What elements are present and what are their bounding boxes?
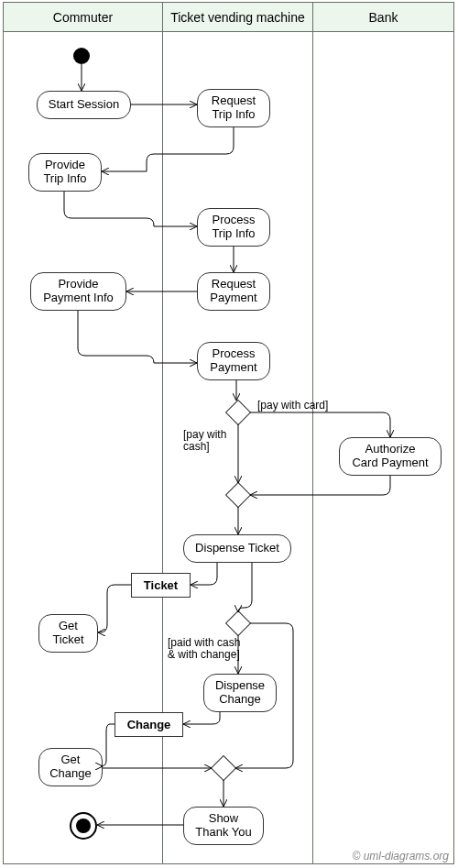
activity-authorize-card: Authorize Card Payment xyxy=(339,437,442,476)
activity-label: Request Trip Info xyxy=(212,94,256,122)
lane-header-tvm: Ticket vending machine xyxy=(162,2,313,32)
activity-dispense-change: Dispense Change xyxy=(203,674,277,712)
lane-header-commuter: Commuter xyxy=(3,2,163,32)
lane-header-label: Commuter xyxy=(53,10,113,25)
activity-start-session: Start Session xyxy=(37,91,131,119)
activity-show-thank-you: Show Thank You xyxy=(183,807,264,845)
activity-process-trip-info: Process Trip Info xyxy=(197,208,270,247)
initial-node xyxy=(73,48,90,64)
activity-label: Start Session xyxy=(49,98,119,112)
activity-label: Provide Payment Info xyxy=(43,278,114,305)
guard-pay-card: [pay with card] xyxy=(257,400,328,412)
activity-label: Get Change xyxy=(49,753,92,781)
copyright-label: © uml-diagrams.org xyxy=(352,850,449,863)
lane-header-label: Ticket vending machine xyxy=(170,10,305,25)
activity-label: Dispense Ticket xyxy=(195,542,279,555)
activity-provide-trip-info: Provide Trip Info xyxy=(28,153,102,192)
activity-request-payment: Request Payment xyxy=(197,272,270,311)
activity-process-payment: Process Payment xyxy=(197,342,270,380)
object-label: Ticket xyxy=(144,578,178,592)
object-ticket: Ticket xyxy=(131,573,191,598)
activity-label: Get Ticket xyxy=(52,620,83,647)
activity-dispense-ticket: Dispense Ticket xyxy=(183,534,291,563)
activity-label: Process Payment xyxy=(210,347,256,375)
activity-label: Show Thank You xyxy=(195,812,251,840)
activity-label: Dispense Change xyxy=(215,679,265,707)
object-label: Change xyxy=(127,718,171,731)
lane-header-label: Bank xyxy=(369,10,398,25)
activity-get-change: Get Change xyxy=(38,748,103,786)
activity-label: Authorize Card Payment xyxy=(352,443,428,470)
guard-paid-cash-change: [paid with cash & with change] xyxy=(168,637,240,661)
activity-label: Request Payment xyxy=(210,278,256,305)
final-node xyxy=(70,812,97,840)
activity-get-ticket: Get Ticket xyxy=(38,614,98,653)
activity-provide-payment-info: Provide Payment Info xyxy=(30,272,126,311)
activity-label: Process Trip Info xyxy=(212,214,255,241)
activity-request-trip-info: Request Trip Info xyxy=(197,89,270,127)
guard-pay-cash: [pay with cash] xyxy=(183,429,226,453)
activity-label: Provide Trip Info xyxy=(43,159,86,186)
lane-header-bank: Bank xyxy=(312,2,454,32)
activity-diagram: Commuter Ticket vending machine Bank Sta… xyxy=(0,0,458,868)
object-change: Change xyxy=(114,712,183,737)
